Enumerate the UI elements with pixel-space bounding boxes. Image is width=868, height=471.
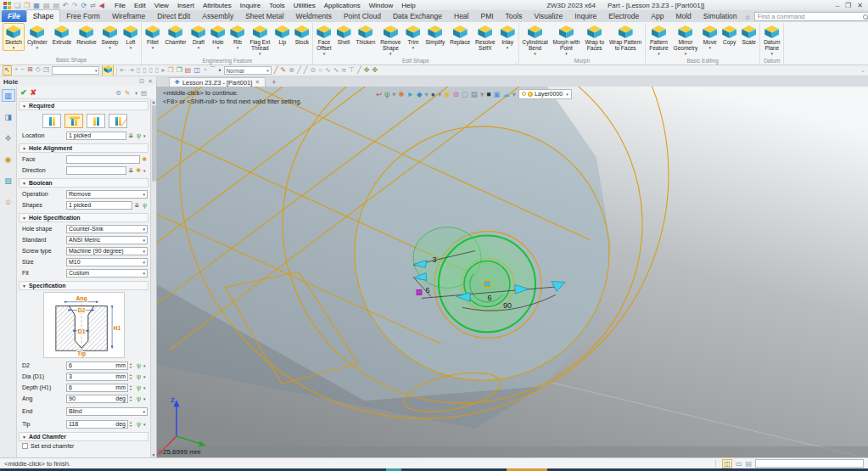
new-tab-button[interactable]: +: [272, 79, 276, 87]
ribbon-button[interactable]: Datum Plane▾: [761, 23, 782, 57]
section-add-chamfer[interactable]: ▼Add Chamfer: [19, 432, 148, 441]
tool-icon[interactable]: ✤: [364, 66, 370, 75]
quick-access-icon[interactable]: ▤: [43, 2, 50, 9]
quick-access-icon[interactable]: ◀: [99, 2, 104, 9]
status-icon[interactable]: ◫: [722, 459, 732, 468]
menu-item[interactable]: Attributes: [203, 2, 232, 9]
tool-icon[interactable]: ⊛: [288, 66, 294, 75]
ribbon-button[interactable]: Resolve SelfX▾: [473, 23, 497, 57]
3d-viewport[interactable]: 3 6 6 90 Z <middle-click> t: [157, 87, 868, 457]
tool-icon[interactable]: ○: [318, 66, 322, 75]
tool-icon[interactable]: ❐: [168, 66, 174, 75]
restore-button[interactable]: ❐: [845, 2, 851, 9]
ribbon-tab[interactable]: Mold: [669, 10, 697, 22]
document-tab[interactable]: ✚ Lesson 23.Z3 - [Part001] ✕: [169, 77, 266, 87]
ribbon-tab[interactable]: Electrode: [602, 10, 645, 22]
contrast-icon[interactable]: ◑: [133, 89, 137, 97]
spec-select[interactable]: M10▾: [66, 258, 148, 266]
command-search-box[interactable]: Find a command: [754, 12, 868, 21]
section-boolean[interactable]: ▼Boolean: [19, 178, 148, 188]
shape-filter-icon[interactable]: [102, 65, 114, 76]
tool-icon[interactable]: ↖: [3, 65, 12, 76]
menu-item[interactable]: Utilities: [294, 2, 316, 9]
quick-access-icon[interactable]: ↶: [63, 2, 69, 9]
input-source-icon[interactable]: ψ: [136, 395, 142, 401]
menu-item[interactable]: Tools: [269, 2, 285, 9]
spec-select[interactable]: ANSI Metric▾: [66, 236, 148, 244]
tool-icon[interactable]: ▸: [162, 66, 165, 75]
input-source-icon[interactable]: ψ: [136, 373, 142, 379]
menu-item[interactable]: File: [115, 2, 126, 9]
ribbon-tab[interactable]: Assembly: [196, 10, 239, 22]
tab-close-icon[interactable]: ✕: [255, 79, 260, 86]
viewport-tool-icon[interactable]: ◉: [444, 90, 450, 98]
ribbon-button[interactable]: Sketch▾: [3, 23, 25, 51]
input-source-icon[interactable]: ψ: [136, 384, 142, 390]
tool-icon[interactable]: +: [14, 65, 19, 76]
viewport-tool-icon[interactable]: ▾: [392, 90, 395, 98]
ribbon-collapse-icon[interactable]: ⌄: [860, 67, 865, 74]
ribbon-button[interactable]: Draft▾: [188, 23, 208, 51]
ribbon-button[interactable]: Rib▾: [227, 23, 247, 51]
tool-icon[interactable]: ▯: [137, 66, 140, 75]
anchor-handle[interactable]: [417, 289, 422, 294]
quick-access-icon[interactable]: ↷: [72, 2, 78, 9]
spec-select[interactable]: Counter-Sink▾: [66, 225, 148, 233]
viewport-tool-icon[interactable]: ►: [407, 90, 414, 98]
dialog-launcher-icon[interactable]: ⌟: [514, 59, 516, 64]
tool-icon[interactable]: ◔: [203, 66, 207, 75]
ribbon-button[interactable]: Scale▾: [739, 23, 759, 51]
menu-item[interactable]: Applications: [324, 2, 361, 9]
ribbon-button[interactable]: Hole▾: [208, 23, 227, 51]
tool-icon[interactable]: ❐: [176, 66, 182, 75]
style-combobox[interactable]: Normal▾: [224, 66, 272, 75]
tool-icon[interactable]: ✎: [281, 66, 287, 75]
dimension-input[interactable]: 6mm: [66, 384, 128, 392]
menu-item[interactable]: Window: [369, 2, 393, 9]
quick-access-icon[interactable]: ▦: [33, 2, 40, 9]
hole-type-counterbore[interactable]: [64, 114, 83, 128]
spinner-control[interactable]: ▴▾: [130, 395, 134, 401]
side-strip-icon[interactable]: ◨: [2, 110, 15, 123]
panel-scrollbar[interactable]: ▲ ▼: [150, 99, 156, 457]
quick-access-icon[interactable]: ❐: [24, 2, 30, 9]
location-input[interactable]: 1 picked: [66, 132, 126, 140]
ribbon-tab[interactable]: Weldments: [290, 10, 338, 22]
section-specification[interactable]: ▼Specification: [19, 281, 148, 290]
tool-icon[interactable]: ▯: [149, 66, 153, 75]
ribbon-button[interactable]: Remove Shape▾: [378, 23, 403, 57]
dimension-input[interactable]: 3mm: [66, 373, 128, 381]
viewport-tool-icon[interactable]: ψ: [384, 90, 389, 98]
dimension-input[interactable]: 6mm: [66, 362, 128, 370]
side-strip-icon[interactable]: ▨: [2, 174, 15, 187]
ribbon-button[interactable]: Chamfer▾: [162, 23, 188, 51]
optional-pick-icon[interactable]: ✱: [142, 156, 148, 163]
tool-icon[interactable]: ▯: [155, 66, 159, 75]
status-icon[interactable]: ▭: [736, 460, 742, 468]
viewport-tool-icon[interactable]: ▾: [425, 90, 428, 98]
hole-type-simple[interactable]: [42, 114, 61, 128]
tool-icon[interactable]: ◳: [43, 65, 50, 76]
ribbon-button[interactable]: Loft▾: [120, 23, 140, 51]
viewport-tool-icon[interactable]: ✿: [453, 90, 459, 98]
viewport-tool-icon[interactable]: ▾: [480, 90, 484, 98]
tool-icon[interactable]: ╱: [274, 66, 278, 75]
hole-type-countersink[interactable]: [87, 114, 105, 128]
menu-item[interactable]: Insert: [177, 2, 194, 9]
tool-icon[interactable]: ⌒: [210, 66, 216, 75]
section-hole-alignment[interactable]: ▼Hole Alignment: [19, 143, 148, 153]
face-input[interactable]: [66, 155, 140, 164]
expand-list-icon[interactable]: ⇊: [128, 132, 134, 139]
ribbon-tab[interactable]: PMI: [474, 10, 499, 22]
ribbon-button[interactable]: Mirror Geometry▾: [671, 23, 701, 57]
viewport-tool-icon[interactable]: ▣: [493, 90, 500, 98]
brush-icon[interactable]: ✎: [125, 89, 130, 97]
status-input[interactable]: [755, 459, 864, 468]
ribbon-button[interactable]: Wrap Pattern to Faces▾: [607, 23, 644, 57]
ribbon-button[interactable]: Thicken▾: [354, 23, 378, 51]
spec-select[interactable]: Custom▾: [66, 269, 148, 278]
dimension-input[interactable]: 118deg: [66, 420, 128, 429]
expand-list-icon[interactable]: ⇊: [128, 167, 134, 174]
quick-access-icon[interactable]: ⟳: [81, 2, 87, 9]
ribbon-tab[interactable]: App: [645, 10, 669, 22]
